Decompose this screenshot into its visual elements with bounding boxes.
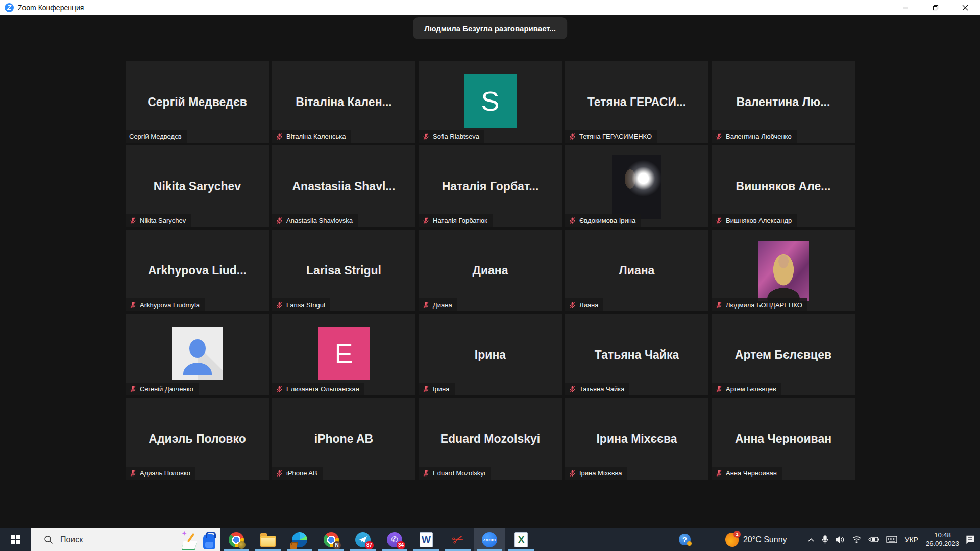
participant-name-label: Наталія Горбатюк — [433, 217, 487, 224]
help-icon[interactable]: ? — [679, 534, 691, 545]
action-center-icon[interactable] — [966, 535, 975, 544]
participant-display-name: Larisa Strigul — [272, 264, 415, 278]
microsoft-excel-glyph: X — [518, 534, 525, 545]
participant-tile[interactable]: Сергій МедведєвСергій Медведєв — [126, 61, 269, 143]
meeting-content: Людмила Безугла разговаривает... Сергій … — [0, 15, 980, 528]
muted-mic-icon — [422, 469, 430, 477]
participant-tile[interactable]: ІринаІрина — [419, 314, 562, 395]
weather-text: 20°C Sunny — [743, 535, 787, 544]
participant-nameplate: Євгеній Датченко — [126, 383, 199, 395]
restore-button[interactable] — [921, 0, 950, 15]
participant-name-label: Arkhypova Liudmyla — [140, 301, 200, 309]
participant-tile[interactable]: Артем БєлєвцевАртем Бєлєвцев — [712, 314, 855, 395]
microphone-icon[interactable] — [821, 535, 829, 544]
participant-tile[interactable]: Nikita SarychevNikita Sarychev — [126, 145, 269, 227]
participant-name-label: Вишняков Александр — [726, 217, 792, 224]
participant-display-name: Тетяна ГЕРАСИ... — [565, 95, 708, 109]
participant-nameplate: Sofia Riabtseva — [419, 130, 484, 143]
window-titlebar: Z Zoom Конференция — [0, 0, 980, 15]
weather-widget[interactable]: 1 20°C Sunny — [725, 533, 787, 547]
taskbar-app-file-explorer[interactable] — [252, 528, 284, 551]
muted-mic-icon — [422, 133, 430, 140]
weather-badge: 1 — [733, 531, 741, 538]
taskbar-app-microsoft-edge[interactable] — [284, 528, 315, 551]
participant-tile[interactable]: SSofia Riabtseva — [419, 61, 562, 143]
participant-display-name: Сергій Медведєв — [126, 95, 269, 109]
participant-tile[interactable]: Eduard MozolskyiEduard Mozolskyi — [419, 398, 562, 480]
participant-name-label: Артем Бєлєвцев — [726, 385, 776, 393]
participant-tile[interactable]: Валентина Лю...Валентина Любченко — [712, 61, 855, 143]
participant-tile[interactable]: Larisa StrigulLarisa Strigul — [272, 230, 415, 311]
close-button[interactable] — [950, 0, 980, 15]
participant-name-label: Лиана — [579, 301, 598, 309]
windows-logo-icon — [11, 535, 20, 544]
participant-display-name: Лиана — [565, 264, 708, 278]
participant-tile[interactable]: ДианаДиана — [419, 230, 562, 311]
participant-nameplate: Вишняков Александр — [712, 214, 797, 227]
participant-name-label: Євгеній Датченко — [140, 385, 193, 393]
taskbar-app-chrome-profile-2[interactable]: N — [315, 528, 347, 551]
start-button[interactable] — [0, 528, 31, 551]
taskbar-apps: N87✆34W✂zoomX — [220, 528, 537, 551]
taskbar-clock[interactable]: 10:48 26.09.2023 — [926, 531, 959, 548]
taskbar-app-zoom[interactable]: zoom — [474, 528, 505, 551]
taskbar-search[interactable]: Поиск — [31, 528, 220, 551]
muted-mic-icon — [569, 133, 576, 140]
participant-tile[interactable]: Віталіна Кален...Віталіна Каленська — [272, 61, 415, 143]
letter-avatar: S — [464, 74, 517, 128]
taskbar-app-telegram[interactable]: 87 — [347, 528, 379, 551]
language-indicator[interactable]: УКР — [904, 536, 919, 544]
participant-tile[interactable]: Arkhypova Liud...Arkhypova Liudmyla — [126, 230, 269, 311]
muted-mic-icon — [129, 301, 137, 309]
participant-video — [612, 155, 662, 219]
participant-display-name: Татьяна Чайка — [565, 348, 708, 362]
participant-name-label: Larisa Strigul — [286, 301, 325, 309]
participant-display-name: Віталіна Кален... — [272, 95, 415, 109]
participant-tile[interactable]: ЛианаЛиана — [565, 230, 708, 311]
participant-tile[interactable]: Євгеній Датченко — [126, 314, 269, 395]
microsoft-edge-icon — [292, 532, 307, 547]
minimize-button[interactable] — [891, 0, 921, 15]
wifi-icon[interactable] — [852, 536, 862, 543]
participant-tile[interactable]: Наталія Горбат...Наталія Горбатюк — [419, 145, 562, 227]
taskbar-app-microsoft-excel[interactable]: X — [505, 528, 537, 551]
participant-tile[interactable]: Ірина МіхєєваІрина Міхєєва — [565, 398, 708, 480]
participant-nameplate: Ірина Міхєєва — [565, 467, 627, 480]
zoom-app-icon: Z — [5, 3, 14, 12]
participant-name-label: Елизавета Ольшанская — [286, 385, 359, 393]
participant-name-label: Тетяна ГЕРАСИМЕНКО — [579, 133, 652, 140]
participant-tile[interactable]: Татьяна ЧайкаТатьяна Чайка — [565, 314, 708, 395]
participant-tile[interactable]: Anastasiia Shavl...Anastasiia Shavlovska — [272, 145, 415, 227]
edge-briefcase-overlay — [290, 543, 297, 549]
touch-keyboard-icon[interactable] — [886, 536, 897, 543]
battery-icon[interactable] — [868, 536, 879, 543]
active-speaker-toast: Людмила Безугла разговаривает... — [413, 17, 567, 39]
muted-mic-icon — [715, 217, 723, 224]
participant-tile[interactable]: EЕлизавета Ольшанская — [272, 314, 415, 395]
search-icon — [44, 535, 53, 544]
participant-tile[interactable]: Людмила БОНДАРЕНКО — [712, 230, 855, 311]
participant-nameplate: Євдокимова Ірина — [565, 214, 641, 227]
speaker-icon[interactable] — [836, 536, 845, 544]
participant-tile[interactable]: Анна ЧерноиванАнна Черноиван — [712, 398, 855, 480]
taskbar-app-viber[interactable]: ✆34 — [379, 528, 410, 551]
muted-mic-icon — [422, 385, 430, 393]
participant-display-name: Eduard Mozolskyi — [419, 432, 562, 446]
hidden-icons-chevron[interactable] — [807, 537, 815, 542]
participant-tile[interactable]: Тетяна ГЕРАСИ...Тетяна ГЕРАСИМЕНКО — [565, 61, 708, 143]
taskbar-app-screenshot-tool[interactable]: ✂ — [442, 528, 474, 551]
participant-nameplate: Larisa Strigul — [272, 298, 330, 311]
participant-tile[interactable]: Євдокимова Ірина — [565, 145, 708, 227]
profile-letter-badge: N — [333, 541, 341, 549]
taskbar-app-microsoft-word[interactable]: W — [410, 528, 442, 551]
taskbar-app-chrome-profile-1[interactable] — [220, 528, 252, 551]
participant-tile[interactable]: Вишняков Але...Вишняков Александр — [712, 145, 855, 227]
participant-name-label: Анна Черноиван — [726, 469, 777, 477]
participant-nameplate: Сергій Медведєв — [126, 130, 187, 143]
participant-nameplate: Лиана — [565, 298, 603, 311]
participant-tile[interactable]: Адиэль ПоловкоАдиэль Половко — [126, 398, 269, 480]
participant-display-name: Наталія Горбат... — [419, 180, 562, 193]
participant-tile[interactable]: iPhone ABiPhone AB — [272, 398, 415, 480]
weather-icon: 1 — [725, 533, 739, 547]
search-highlight-art[interactable] — [182, 529, 217, 551]
